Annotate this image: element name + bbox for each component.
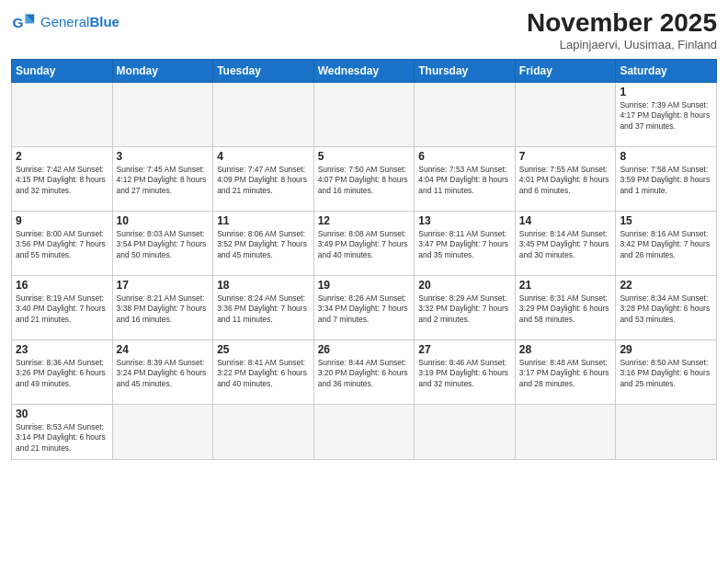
logo: G GeneralBlue — [11, 9, 119, 35]
calendar-cell: 10Sunrise: 8:03 AM Sunset: 3:54 PM Dayli… — [112, 211, 213, 275]
weekday-header: Monday — [112, 59, 213, 82]
calendar-cell — [112, 82, 213, 146]
calendar-cell — [213, 82, 314, 146]
day-number: 2 — [16, 150, 108, 163]
calendar-cell: 20Sunrise: 8:29 AM Sunset: 3:32 PM Dayli… — [415, 275, 516, 339]
day-number: 21 — [519, 279, 612, 292]
day-info: Sunrise: 8:31 AM Sunset: 3:29 PM Dayligh… — [519, 293, 612, 325]
calendar-cell: 13Sunrise: 8:11 AM Sunset: 3:47 PM Dayli… — [415, 211, 516, 275]
day-info: Sunrise: 8:06 AM Sunset: 3:52 PM Dayligh… — [217, 229, 310, 260]
calendar-cell — [415, 404, 516, 459]
day-info: Sunrise: 8:26 AM Sunset: 3:34 PM Dayligh… — [318, 293, 411, 325]
day-info: Sunrise: 7:42 AM Sunset: 4:15 PM Dayligh… — [16, 165, 108, 196]
weekday-header: Tuesday — [213, 59, 314, 82]
day-info: Sunrise: 7:45 AM Sunset: 4:12 PM Dayligh… — [117, 165, 210, 196]
calendar-cell — [12, 82, 113, 146]
day-number: 29 — [620, 343, 712, 356]
day-number: 24 — [117, 343, 210, 356]
calendar-row: 23Sunrise: 8:36 AM Sunset: 3:26 PM Dayli… — [12, 339, 717, 404]
calendar-cell: 6Sunrise: 7:53 AM Sunset: 4:04 PM Daylig… — [415, 146, 516, 211]
logo-text: GeneralBlue — [40, 15, 119, 30]
weekday-header: Friday — [515, 59, 616, 82]
page: G GeneralBlue November 2025 Lapinjaervi,… — [0, 0, 728, 563]
weekday-header: Thursday — [415, 59, 516, 82]
calendar-row: 30Sunrise: 8:53 AM Sunset: 3:14 PM Dayli… — [12, 404, 717, 459]
day-number: 25 — [217, 343, 310, 356]
calendar-cell: 19Sunrise: 8:26 AM Sunset: 3:34 PM Dayli… — [313, 275, 415, 339]
day-info: Sunrise: 8:36 AM Sunset: 3:26 PM Dayligh… — [16, 358, 108, 389]
day-number: 11 — [217, 214, 310, 227]
day-number: 5 — [318, 150, 411, 163]
weekday-header: Saturday — [616, 59, 717, 82]
day-info: Sunrise: 7:53 AM Sunset: 4:04 PM Dayligh… — [418, 165, 511, 196]
calendar-cell: 12Sunrise: 8:08 AM Sunset: 3:49 PM Dayli… — [313, 211, 415, 275]
day-info: Sunrise: 8:44 AM Sunset: 3:20 PM Dayligh… — [318, 358, 411, 389]
day-number: 13 — [418, 214, 511, 227]
title-block: November 2025 Lapinjaervi, Uusimaa, Finl… — [527, 9, 717, 52]
calendar-cell: 15Sunrise: 8:16 AM Sunset: 3:42 PM Dayli… — [616, 211, 717, 275]
day-info: Sunrise: 7:39 AM Sunset: 4:17 PM Dayligh… — [620, 100, 712, 132]
day-number: 15 — [620, 214, 712, 227]
calendar-cell: 26Sunrise: 8:44 AM Sunset: 3:20 PM Dayli… — [313, 339, 415, 404]
day-info: Sunrise: 8:14 AM Sunset: 3:45 PM Dayligh… — [519, 229, 612, 260]
day-info: Sunrise: 8:34 AM Sunset: 3:28 PM Dayligh… — [620, 293, 712, 325]
calendar-cell: 4Sunrise: 7:47 AM Sunset: 4:09 PM Daylig… — [213, 146, 314, 211]
calendar-cell: 5Sunrise: 7:50 AM Sunset: 4:07 PM Daylig… — [313, 146, 415, 211]
calendar-cell: 9Sunrise: 8:00 AM Sunset: 3:56 PM Daylig… — [12, 211, 113, 275]
location: Lapinjaervi, Uusimaa, Finland — [527, 38, 717, 52]
calendar-cell: 14Sunrise: 8:14 AM Sunset: 3:45 PM Dayli… — [515, 211, 616, 275]
day-number: 30 — [16, 408, 108, 420]
calendar-cell: 7Sunrise: 7:55 AM Sunset: 4:01 PM Daylig… — [515, 146, 616, 211]
calendar-cell — [313, 82, 415, 146]
day-info: Sunrise: 8:08 AM Sunset: 3:49 PM Dayligh… — [318, 229, 411, 260]
weekday-header: Wednesday — [313, 59, 415, 82]
svg-text:G: G — [12, 15, 23, 30]
calendar-cell: 3Sunrise: 7:45 AM Sunset: 4:12 PM Daylig… — [112, 146, 213, 211]
calendar-cell: 8Sunrise: 7:58 AM Sunset: 3:59 PM Daylig… — [616, 146, 717, 211]
logo-blue: Blue — [89, 14, 119, 29]
day-number: 19 — [318, 279, 411, 292]
day-number: 28 — [519, 343, 612, 356]
day-number: 1 — [620, 86, 712, 98]
calendar-cell: 17Sunrise: 8:21 AM Sunset: 3:38 PM Dayli… — [112, 275, 213, 339]
calendar-cell — [415, 82, 516, 146]
day-info: Sunrise: 8:39 AM Sunset: 3:24 PM Dayligh… — [117, 358, 210, 389]
day-info: Sunrise: 8:50 AM Sunset: 3:16 PM Dayligh… — [620, 358, 712, 389]
calendar-cell: 2Sunrise: 7:42 AM Sunset: 4:15 PM Daylig… — [12, 146, 113, 211]
day-info: Sunrise: 8:19 AM Sunset: 3:40 PM Dayligh… — [16, 293, 108, 325]
calendar-cell — [112, 404, 213, 459]
calendar-cell: 30Sunrise: 8:53 AM Sunset: 3:14 PM Dayli… — [12, 404, 113, 459]
day-info: Sunrise: 8:11 AM Sunset: 3:47 PM Dayligh… — [418, 229, 511, 260]
day-number: 17 — [117, 279, 210, 292]
day-number: 27 — [418, 343, 511, 356]
weekday-row: SundayMondayTuesdayWednesdayThursdayFrid… — [12, 59, 717, 82]
calendar-cell — [313, 404, 415, 459]
logo-icon: G — [11, 9, 37, 35]
calendar-cell — [515, 404, 616, 459]
day-info: Sunrise: 8:03 AM Sunset: 3:54 PM Dayligh… — [117, 229, 210, 260]
calendar-row: 1Sunrise: 7:39 AM Sunset: 4:17 PM Daylig… — [12, 82, 717, 146]
calendar-cell: 28Sunrise: 8:48 AM Sunset: 3:17 PM Dayli… — [515, 339, 616, 404]
calendar-cell: 1Sunrise: 7:39 AM Sunset: 4:17 PM Daylig… — [616, 82, 717, 146]
weekday-header: Sunday — [12, 59, 113, 82]
calendar-cell: 11Sunrise: 8:06 AM Sunset: 3:52 PM Dayli… — [213, 211, 314, 275]
calendar-cell: 25Sunrise: 8:41 AM Sunset: 3:22 PM Dayli… — [213, 339, 314, 404]
day-info: Sunrise: 8:21 AM Sunset: 3:38 PM Dayligh… — [117, 293, 210, 325]
day-info: Sunrise: 8:53 AM Sunset: 3:14 PM Dayligh… — [16, 422, 108, 454]
calendar-row: 9Sunrise: 8:00 AM Sunset: 3:56 PM Daylig… — [12, 211, 717, 275]
day-number: 9 — [16, 214, 108, 227]
calendar-cell: 27Sunrise: 8:46 AM Sunset: 3:19 PM Dayli… — [415, 339, 516, 404]
calendar-body: 1Sunrise: 7:39 AM Sunset: 4:17 PM Daylig… — [12, 82, 717, 459]
calendar-cell: 24Sunrise: 8:39 AM Sunset: 3:24 PM Dayli… — [112, 339, 213, 404]
header: G GeneralBlue November 2025 Lapinjaervi,… — [11, 9, 717, 52]
day-info: Sunrise: 8:16 AM Sunset: 3:42 PM Dayligh… — [620, 229, 712, 260]
day-info: Sunrise: 7:55 AM Sunset: 4:01 PM Dayligh… — [519, 165, 612, 196]
calendar-cell — [213, 404, 314, 459]
day-number: 23 — [16, 343, 108, 356]
calendar-cell — [515, 82, 616, 146]
day-number: 20 — [418, 279, 511, 292]
calendar-cell: 21Sunrise: 8:31 AM Sunset: 3:29 PM Dayli… — [515, 275, 616, 339]
calendar-row: 16Sunrise: 8:19 AM Sunset: 3:40 PM Dayli… — [12, 275, 717, 339]
logo-general: General — [40, 14, 89, 29]
day-number: 4 — [217, 150, 310, 163]
